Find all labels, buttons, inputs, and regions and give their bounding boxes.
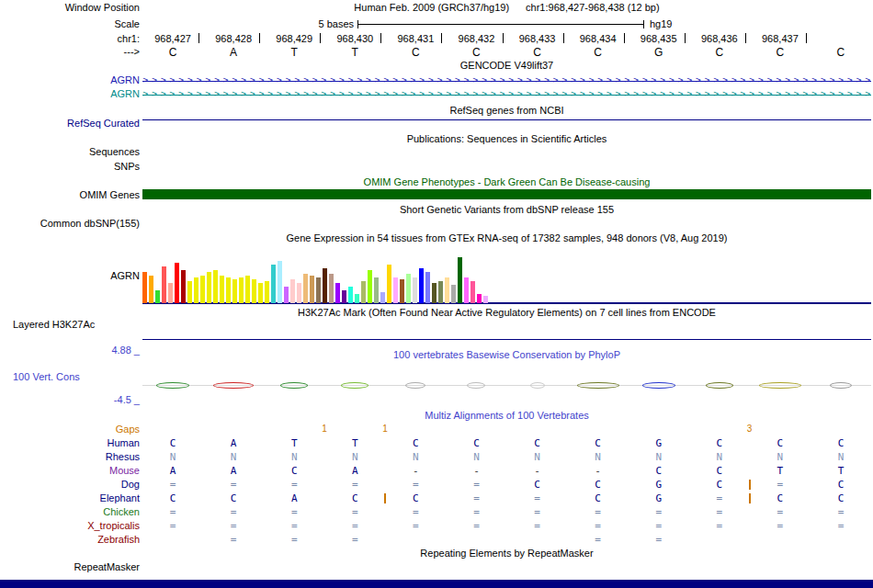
gtex-bar[interactable] <box>335 283 340 303</box>
gtex-bar[interactable] <box>380 292 385 303</box>
gtex-bar[interactable] <box>310 276 314 303</box>
position-label: 968,436 <box>689 33 750 44</box>
gtex-bar[interactable] <box>278 261 282 303</box>
dbsnp-label[interactable]: Common dbSNP(155) <box>0 218 140 229</box>
base-letter: C <box>773 46 788 59</box>
gtex-bar[interactable] <box>245 276 250 303</box>
gtex-bar[interactable] <box>155 290 160 303</box>
gtex-bar[interactable] <box>393 277 398 303</box>
gap-count: 1 <box>382 424 388 434</box>
gtex-bar[interactable] <box>284 287 289 303</box>
gtex-bar[interactable] <box>194 277 198 303</box>
h3k27ac-label[interactable]: Layered H3K27Ac <box>13 319 95 330</box>
gtex-bar[interactable] <box>187 281 192 303</box>
species-label-chicken[interactable]: Chicken <box>0 506 140 517</box>
gtex-bar[interactable] <box>458 257 462 303</box>
gtex-bar[interactable] <box>413 277 417 303</box>
gtex-bar[interactable] <box>451 285 456 303</box>
gtex-bar[interactable] <box>432 283 436 303</box>
gtex-bar[interactable] <box>181 270 186 303</box>
gtex-bar[interactable] <box>168 283 173 303</box>
refseq-curated-label[interactable]: RefSeq Curated <box>0 118 140 129</box>
gencode-title: GENCODE V49lift37 <box>142 60 871 71</box>
phylop-lens <box>467 382 485 389</box>
repeatmasker-label[interactable]: RepeatMasker <box>0 561 140 572</box>
species-label-rhesus[interactable]: Rhesus <box>0 451 140 462</box>
gaps-label[interactable]: Gaps <box>0 424 140 435</box>
species-label-human[interactable]: Human <box>0 437 140 448</box>
align-cell: N <box>287 451 301 463</box>
gtex-bar[interactable] <box>232 279 237 303</box>
gtex-bar[interactable] <box>175 263 179 303</box>
base-letter: T <box>347 46 362 59</box>
repeatmasker-element[interactable] <box>0 580 873 588</box>
assembly-title: Human Feb. 2009 (GRCh37/hg19) <box>354 2 509 13</box>
refseq-gene-line[interactable] <box>142 119 871 120</box>
species-label-x_tropicalis[interactable]: X_tropicalis <box>0 520 140 531</box>
species-label-dog[interactable]: Dog <box>0 479 140 490</box>
omim-gene-bar[interactable] <box>142 189 871 199</box>
gtex-bar[interactable] <box>464 277 469 303</box>
align-cell: = <box>591 534 606 546</box>
strand-label: ---> <box>0 46 140 57</box>
gtex-bar[interactable] <box>471 281 475 303</box>
gtex-bar[interactable] <box>483 296 488 303</box>
gtex-bar[interactable] <box>213 270 218 303</box>
repeatmasker-title: Repeating Elements by RepeatMasker <box>142 548 871 559</box>
align-cell: = <box>165 506 180 518</box>
gtex-bar[interactable] <box>387 265 391 303</box>
gtex-bar[interactable] <box>355 294 359 303</box>
species-label-zebrafish[interactable]: Zebrafish <box>0 534 140 545</box>
gencode-gene-label[interactable]: AGRN <box>0 74 140 85</box>
align-cell: A <box>287 492 301 504</box>
gtex-bar[interactable] <box>400 279 404 303</box>
gtex-bar[interactable] <box>239 277 244 303</box>
gtex-bar[interactable] <box>149 276 153 303</box>
gtex-bar[interactable] <box>265 281 269 303</box>
align-cell: = <box>408 479 423 491</box>
position-label: 968,433 <box>507 33 568 44</box>
gtex-bar[interactable] <box>297 283 301 303</box>
gtex-bar[interactable] <box>406 274 411 303</box>
gtex-bar[interactable] <box>226 277 231 303</box>
species-label-mouse[interactable]: Mouse <box>0 465 140 476</box>
gtex-bar[interactable] <box>374 277 379 303</box>
sequences-track-label[interactable]: Sequences <box>0 146 140 157</box>
gtex-bar[interactable] <box>162 266 166 303</box>
gtex-bar[interactable] <box>438 281 443 303</box>
insertion-tick <box>749 493 751 503</box>
base-letter: C <box>712 46 727 59</box>
gtex-bar[interactable] <box>271 265 276 303</box>
gtex-bar[interactable] <box>323 268 327 303</box>
gtex-bar[interactable] <box>445 277 449 303</box>
gencode-gene-label[interactable]: AGRN <box>0 88 140 99</box>
gtex-bar[interactable] <box>348 287 353 303</box>
gtex-bar[interactable] <box>303 274 308 303</box>
align-cell: = <box>712 506 727 518</box>
phylop-track-label[interactable]: 100 Vert. Cons <box>13 371 80 382</box>
gtex-bar[interactable] <box>477 294 482 303</box>
gtex-bar[interactable] <box>329 274 334 303</box>
snps-track-label[interactable]: SNPs <box>0 161 140 172</box>
gtex-bar[interactable] <box>200 276 205 303</box>
window-position-label: Window Position <box>0 2 140 13</box>
omim-genes-label[interactable]: OMIM Genes <box>0 189 140 200</box>
gtex-bar[interactable] <box>316 277 321 303</box>
align-cell: = <box>712 520 727 532</box>
gtex-bar[interactable] <box>342 290 346 303</box>
gtex-bar[interactable] <box>368 270 372 303</box>
phylop-lens <box>759 382 801 389</box>
gtex-bar[interactable] <box>252 279 256 303</box>
gtex-bar[interactable] <box>425 272 430 303</box>
gtex-gene-label[interactable]: AGRN <box>0 270 140 281</box>
gtex-bar[interactable] <box>290 279 295 303</box>
gtex-bar[interactable] <box>220 276 224 303</box>
position-label: 968,427 <box>142 33 203 44</box>
gtex-bar[interactable] <box>419 268 424 303</box>
gtex-bar[interactable] <box>207 272 211 303</box>
gtex-bar[interactable] <box>142 272 147 303</box>
species-label-elephant[interactable]: Elephant <box>0 492 140 503</box>
gtex-bar[interactable] <box>361 281 366 303</box>
gtex-bar[interactable] <box>258 283 263 303</box>
align-cell: = <box>287 520 301 532</box>
